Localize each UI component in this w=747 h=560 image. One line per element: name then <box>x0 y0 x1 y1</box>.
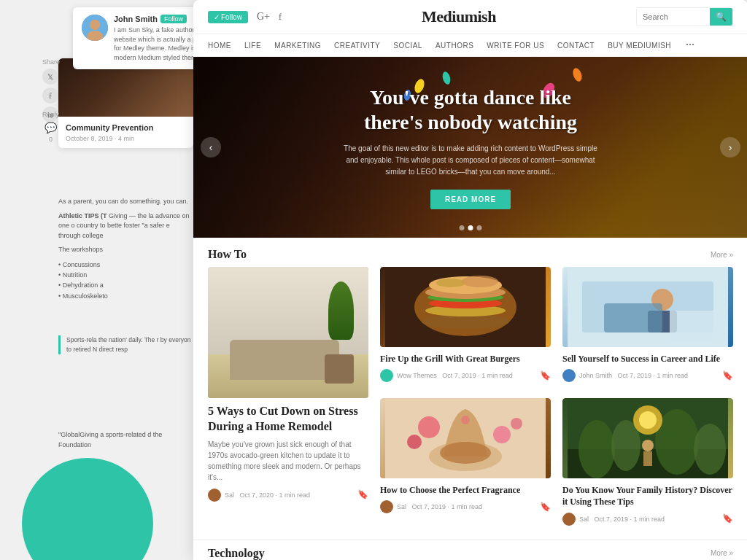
article-fragrance-title: How to Choose the Perfect Fragrance <box>380 484 551 496</box>
blockquote-preview: Sports-rela the nation' daily. The r by … <box>58 335 193 354</box>
article-burger-meta: Wow Themes Oct 7, 2019 · 1 min read 🔖 <box>380 369 551 382</box>
main-content: ✓ Follow G+ f Mediumish 🔍 HOME LIFE MARK… <box>193 0 747 560</box>
menu-life[interactable]: LIFE <box>244 42 261 50</box>
bullet-list: Concussions Nutrition Dehydration a Musc… <box>58 260 193 302</box>
google-plus-icon[interactable]: G+ <box>257 11 270 23</box>
article-burger-image <box>380 267 551 347</box>
article-large-image <box>208 267 368 398</box>
svg-point-26 <box>461 416 470 424</box>
search-input[interactable] <box>637 9 710 25</box>
article-large-meta-text: Sal Oct 7, 2020 · 1 min read <box>225 491 354 499</box>
article-fragrance-card[interactable]: How to Choose the Perfect Fragrance Sal … <box>380 398 551 529</box>
svg-rect-17 <box>604 303 662 332</box>
hero-content: You've gotta dance like there's nobody w… <box>325 71 616 224</box>
facebook-icon[interactable]: f <box>42 88 58 104</box>
hero-dots <box>460 225 482 230</box>
article-history-title: Do You Know Your Family History? Discove… <box>562 484 733 508</box>
bookmark-icon-fragrance[interactable]: 🔖 <box>540 502 551 513</box>
svg-point-34 <box>639 411 657 429</box>
svg-point-29 <box>578 420 615 478</box>
technology-title: Technology <box>208 547 265 560</box>
search-box: 🔍 <box>636 7 733 26</box>
menu-bar: HOME LIFE MARKETING CREATIVITY SOCIAL AU… <box>193 34 747 57</box>
technology-section-header: Technology More » <box>193 539 747 560</box>
left-sidebar: John Smith Follow I am Sun Sky, a fake a… <box>0 0 182 560</box>
article-large-meta: Sal Oct 7, 2020 · 1 min read 🔖 <box>208 489 368 502</box>
menu-contact[interactable]: CONTACT <box>557 42 595 50</box>
twitter-icon[interactable]: 𝕏 <box>42 69 58 85</box>
how-to-more[interactable]: More » <box>711 251 733 259</box>
svg-point-1 <box>90 20 100 30</box>
article-para1: As a parent, you can do something. you c… <box>58 197 193 207</box>
svg-point-12 <box>436 279 465 287</box>
menu-buy[interactable]: BUY MEDIUMISH <box>608 42 671 50</box>
article-history-image <box>562 398 733 478</box>
menu-more-dots[interactable]: ··· <box>686 39 694 52</box>
bookmark-icon[interactable]: 🔖 <box>357 489 368 500</box>
hero-dot-1[interactable] <box>460 225 465 230</box>
menu-social[interactable]: SOCIAL <box>393 42 422 50</box>
article-history-card[interactable]: Do You Know Your Family History? Discove… <box>562 398 733 529</box>
hero-prev-button[interactable]: ‹ <box>201 137 221 158</box>
hero-read-more-button[interactable]: READ MORE <box>430 190 511 209</box>
article-fragrance-meta: Sal Oct 7, 2019 · 1 min read 🔖 <box>380 500 551 513</box>
hero-dot-3[interactable] <box>477 225 482 230</box>
hero-dot-2[interactable] <box>468 225 473 230</box>
bookmark-icon-history[interactable]: 🔖 <box>722 513 733 524</box>
article-large-desc: Maybe you've grown just sick enough of t… <box>208 439 368 483</box>
svg-point-24 <box>407 435 422 449</box>
article-preview-title: Community Prevention <box>66 122 186 133</box>
share-label: Share <box>42 58 60 66</box>
menu-write-for-us[interactable]: WRITE FOR US <box>487 42 544 50</box>
author-avatar-sal2 <box>380 500 393 513</box>
search-button[interactable]: 🔍 <box>710 8 732 26</box>
technology-more[interactable]: More » <box>711 549 733 557</box>
author-avatar-sal <box>208 489 221 502</box>
article-history-meta-text: Sal Oct 7, 2019 · 1 min read <box>579 516 719 523</box>
global-text: "GlobalGiving a sports-related d the Fou… <box>58 430 193 450</box>
hero-subtitle: The goal of this new editor is to make a… <box>339 143 602 178</box>
svg-point-35 <box>642 440 654 451</box>
article-large-content: 5 Ways to Cut Down on Stress During a Ho… <box>208 398 368 506</box>
articles-grid: 5 Ways to Cut Down on Stress During a Ho… <box>193 267 747 539</box>
article-large-card[interactable]: 5 Ways to Cut Down on Stress During a Ho… <box>208 267 368 530</box>
svg-point-32 <box>694 424 726 475</box>
article-career-card[interactable]: Sell Yourself to Success in Career and L… <box>562 267 733 386</box>
hero-next-button[interactable]: › <box>720 137 740 158</box>
author-avatar-john <box>562 369 576 382</box>
list-item: Dehydration a <box>58 280 193 290</box>
blockquote-text: Sports-rela the nation' daily. The r by … <box>66 335 193 354</box>
menu-home[interactable]: HOME <box>208 42 231 50</box>
svg-point-23 <box>493 426 511 443</box>
reply-icon[interactable]: 💬 <box>42 120 58 136</box>
article-burger-content: Fire Up the Grill With Great Burgers Wow… <box>380 347 551 386</box>
nav-follow-button[interactable]: ✓ Follow <box>208 11 248 23</box>
article-career-content: Sell Yourself to Success in Career and L… <box>562 347 733 386</box>
svg-point-22 <box>418 416 440 438</box>
avatar <box>82 15 108 41</box>
nav-facebook-icon[interactable]: f <box>279 12 282 23</box>
menu-authors[interactable]: AUTHORS <box>436 42 473 50</box>
room-table <box>325 354 354 384</box>
article-large-title: 5 Ways to Cut Down on Stress During a Ho… <box>208 404 368 435</box>
svg-point-11 <box>462 276 498 287</box>
list-item: Concussions <box>58 260 193 270</box>
follow-button[interactable]: Follow <box>160 15 187 23</box>
article-burger-card[interactable]: Fire Up the Grill With Great Burgers Wow… <box>380 267 551 386</box>
hero-banner: ‹ You've gotta dance like there's nobody… <box>193 57 747 238</box>
article-history-content: Do You Know Your Family History? Discove… <box>562 478 733 529</box>
how-to-title: How To <box>208 248 247 261</box>
article-text-preview: As a parent, you can do something. you c… <box>58 197 193 301</box>
svg-rect-36 <box>643 451 652 466</box>
svg-point-21 <box>440 442 491 464</box>
list-item: Nutrition <box>58 270 193 280</box>
bookmark-icon-burger[interactable]: 🔖 <box>540 370 551 381</box>
article-career-image <box>562 267 733 347</box>
room-sofa <box>230 340 339 380</box>
article-burger-title: Fire Up the Grill With Great Burgers <box>380 353 551 365</box>
bookmark-icon-career[interactable]: 🔖 <box>722 370 733 381</box>
menu-marketing[interactable]: MARKETING <box>274 42 321 50</box>
article-fragrance-meta-text: Sal Oct 7, 2019 · 1 min read <box>397 503 536 510</box>
article-preview-date: October 8, 2019 · 4 min <box>66 135 186 142</box>
menu-creativity[interactable]: CREATIVITY <box>334 42 380 50</box>
